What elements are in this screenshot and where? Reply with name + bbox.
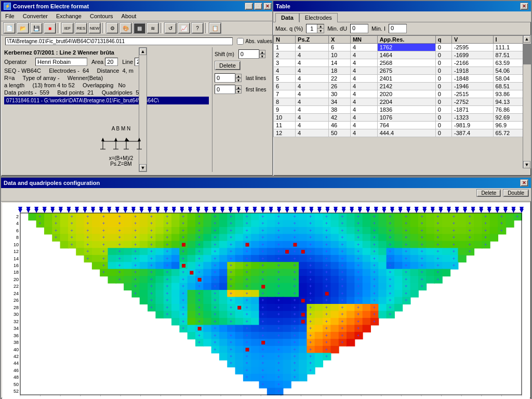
area-input[interactable]: 20 (105, 58, 118, 66)
col-n: N (274, 36, 296, 44)
seq-info: SEQ - WB64C Electrodes - 64 Distance 4, … (4, 68, 209, 74)
table-close-button[interactable]: ✕ (520, 3, 528, 10)
bottom-panel: Data and quadripoles configuration ✕ Del… (0, 177, 532, 399)
abs-values-checkbox[interactable] (237, 38, 244, 45)
table-window-title: Table (276, 3, 290, 9)
tab-data[interactable]: Data (275, 13, 299, 22)
menu-converter[interactable]: Converter (21, 12, 50, 20)
first-lines-spinner: 0 ▲ ▼ (215, 85, 242, 94)
close-button[interactable]: ✕ (263, 3, 272, 10)
maxq-up[interactable]: ▲ (317, 24, 324, 29)
menu-contours[interactable]: Contours (88, 12, 115, 20)
maximize-button[interactable]: □ (254, 3, 262, 10)
sep1 (58, 23, 60, 33)
new-button[interactable]: 📄 (3, 22, 16, 34)
file-header: Kerbernez 07/2001 : Line 2 Wenner brûta (4, 49, 209, 56)
tool7[interactable]: ≋ (147, 22, 159, 34)
shift-input[interactable]: 0 (238, 49, 259, 59)
maxq-down[interactable]: ▼ (317, 29, 324, 33)
table-title-buttons: ✕ (520, 3, 528, 10)
tool6[interactable]: ▦ (133, 22, 145, 34)
col-mn: MN (350, 36, 377, 44)
viz-toolbar: Delete Double (1, 188, 531, 202)
mindu-label: Min. dU (327, 25, 347, 32)
delete-button[interactable]: Delete (215, 61, 241, 70)
line-label: Line (122, 59, 133, 65)
table-scroll-down[interactable]: ▼ (523, 161, 530, 168)
mini-input[interactable]: 0 (389, 24, 407, 33)
col-appres: App.Res. (377, 36, 435, 44)
table-scroll-thumb[interactable] (523, 44, 531, 64)
last-lines-down[interactable]: ▼ (235, 78, 242, 82)
menu-file[interactable]: File (3, 12, 17, 20)
table-scrollbar[interactable]: ▲ ▼ (523, 35, 531, 168)
table-row[interactable]: 124504444.40-387.465.72 (274, 129, 531, 137)
table-row[interactable]: 146417620-2595111.1 (274, 44, 531, 51)
table-scroll-up[interactable]: ▲ (523, 35, 530, 43)
tab-electrodes[interactable]: Electrodes (299, 13, 338, 22)
table-row[interactable]: 6426421420-194668.51 (274, 83, 531, 90)
table-row[interactable]: 4418426750-191854.06 (274, 67, 531, 75)
shift-label: Shift (m) (215, 51, 234, 57)
minimize-button[interactable]: _ (245, 3, 253, 10)
first-lines-input[interactable]: 0 (215, 85, 235, 94)
viz-double-button[interactable]: Double (503, 189, 529, 197)
tool3[interactable]: NEW (88, 22, 101, 34)
col-psz: Ps.Z (296, 36, 329, 44)
last-lines-up[interactable]: ▲ (235, 74, 242, 78)
export-button[interactable]: 📋 (209, 22, 221, 34)
open-button[interactable]: 📂 (17, 22, 29, 34)
title-bar-buttons: _ □ ✕ (245, 3, 272, 10)
table-row[interactable]: 2410414640-169987.51 (274, 51, 531, 59)
scroll-up[interactable]: ▲ (139, 48, 147, 55)
tool4[interactable]: ⚙ (106, 22, 118, 34)
tool5[interactable]: 🎨 (119, 22, 132, 34)
table-row[interactable]: 1144647640-981.996.9 (274, 122, 531, 129)
table-row[interactable]: 10442410760-132392.69 (274, 114, 531, 122)
toolbar: 📄 📂 💾 ■ IEF RES NEW ⚙ 🎨 ▦ ≋ ↺ 📈 ? 📋 (1, 21, 274, 35)
save-button[interactable]: 💾 (30, 22, 43, 34)
shift-down[interactable]: ▼ (259, 54, 265, 58)
operator-input[interactable]: Henri Robain (35, 58, 87, 66)
stop-button[interactable]: ■ (44, 22, 56, 34)
refresh-button[interactable]: ↺ (164, 22, 177, 34)
window-icon: ⚡ (4, 3, 11, 10)
formula2: Ps.Z=BM (98, 161, 144, 167)
first-lines-up[interactable]: ▲ (235, 85, 242, 89)
shift-up[interactable]: ▲ (259, 50, 265, 54)
last-lines-input[interactable]: 0 (215, 73, 235, 83)
filter-bar: Max. q (%) 1 ▲ ▼ Min. dU 0 Min. I 0 (273, 22, 531, 35)
abs-values-check: Abs. values (237, 38, 272, 45)
menu-about[interactable]: About (119, 12, 139, 20)
menu-exchange[interactable]: Exchange (54, 12, 84, 20)
shift-spinner: 0 ▲ ▼ (238, 49, 265, 59)
table-window: Table ✕ Data Electrodes Max. q (%) 1 ▲ ▼… (272, 0, 532, 177)
col-q: q (435, 36, 451, 44)
table-row[interactable]: 7430420200-251593.86 (274, 90, 531, 98)
mindu-input[interactable]: 0 (350, 24, 368, 33)
maxq-label: Max. q (%) (275, 25, 303, 32)
tool2[interactable]: RES (75, 22, 87, 34)
table-row[interactable]: 9438418360-187176.86 (274, 106, 531, 114)
bottom-close-button[interactable]: ✕ (520, 179, 528, 187)
first-lines-down[interactable]: ▼ (235, 89, 242, 94)
table-row[interactable]: 5422424010-184858.04 (274, 75, 531, 83)
viz-delete-button[interactable]: Delete (476, 189, 501, 197)
table-row[interactable]: 8434422040-275294.13 (274, 98, 531, 106)
right-controls: Shift (m) 0 ▲ ▼ Delete 0 ▲ ▼ (212, 47, 274, 172)
maxq-value[interactable]: 1 (307, 24, 317, 33)
col-v: V (452, 36, 494, 44)
last-lines-row: 0 ▲ ▼ last lines (215, 73, 272, 83)
operator-row: Operator Henri Robain Area 20 Line 2 (4, 58, 209, 66)
table-row[interactable]: 3414425680-216663.59 (274, 59, 531, 67)
svg-marker-11 (125, 138, 129, 141)
area-label: Area (91, 59, 103, 65)
filepath-box: 07131846.011 - G:\workdir\DATA\Bretagne.… (4, 97, 209, 104)
mini-label: Min. I (371, 25, 385, 32)
help-button[interactable]: ? (191, 22, 204, 34)
sep3 (161, 23, 163, 33)
data-table-container: ▲ ▼ N Ps.Z X MN App.Res. q V I 146417620… (273, 35, 531, 168)
plot-button[interactable]: 📈 (178, 22, 190, 34)
tool1[interactable]: IEF (61, 22, 74, 34)
first-lines-row: 0 ▲ ▼ first lines (215, 85, 272, 94)
